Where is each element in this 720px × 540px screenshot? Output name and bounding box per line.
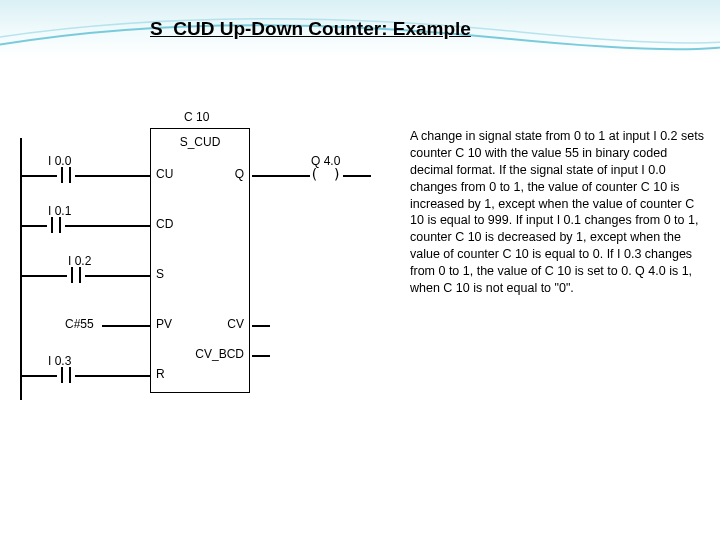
- counter-instance-name: C 10: [184, 110, 209, 124]
- label-i02: I 0.2: [68, 254, 91, 268]
- wire: [252, 355, 270, 357]
- block-type-label: S_CUD: [151, 129, 249, 149]
- wire: [65, 225, 150, 227]
- port-s: S: [156, 267, 164, 281]
- label-i01: I 0.1: [48, 204, 71, 218]
- label-i03: I 0.3: [48, 354, 71, 368]
- port-q: Q: [235, 167, 244, 181]
- wire: [343, 175, 371, 177]
- wire: [85, 275, 150, 277]
- wire: [22, 225, 47, 227]
- port-pv: PV: [156, 317, 172, 331]
- example-description: A change in signal state from 0 to 1 at …: [410, 110, 705, 410]
- contact-i01: [47, 217, 65, 233]
- wire: [252, 175, 310, 177]
- wire: [252, 325, 270, 327]
- label-pv-value: C#55: [65, 317, 94, 331]
- wire: [75, 375, 150, 377]
- wire: [22, 175, 57, 177]
- counter-block: S_CUD CU Q CD S PV CV CV_BCD R: [150, 128, 250, 393]
- port-cv: CV: [227, 317, 244, 331]
- contact-i03: [57, 367, 75, 383]
- port-cu: CU: [156, 167, 173, 181]
- wire: [22, 375, 57, 377]
- contact-i02: [67, 267, 85, 283]
- port-r: R: [156, 367, 165, 381]
- slide-title: S_CUD Up-Down Counter: Example: [150, 18, 471, 40]
- label-i00: I 0.0: [48, 154, 71, 168]
- port-cd: CD: [156, 217, 173, 231]
- ladder-diagram: C 10 S_CUD CU Q CD S PV CV CV_BCD R I 0.…: [20, 110, 390, 410]
- slide-content: C 10 S_CUD CU Q CD S PV CV CV_BCD R I 0.…: [20, 110, 705, 410]
- port-cvbcd: CV_BCD: [195, 347, 244, 361]
- contact-i00: [57, 167, 75, 183]
- wire: [102, 325, 150, 327]
- output-coil: ( ): [310, 166, 344, 182]
- left-rail: [20, 138, 22, 400]
- wire: [75, 175, 150, 177]
- wire: [22, 275, 67, 277]
